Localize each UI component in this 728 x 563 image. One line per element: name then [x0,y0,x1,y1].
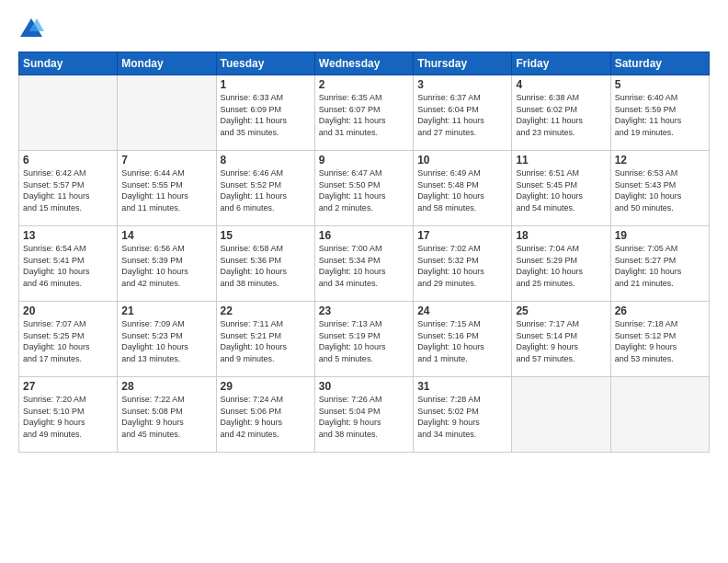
day-number: 10 [417,154,507,167]
day-info: Sunrise: 6:42 AM Sunset: 5:57 PM Dayligh… [23,167,113,213]
week-row-4: 27Sunrise: 7:20 AM Sunset: 5:10 PM Dayli… [19,377,710,453]
calendar-cell: 4Sunrise: 6:38 AM Sunset: 6:02 PM Daylig… [512,75,610,151]
day-number: 13 [23,229,113,242]
day-info: Sunrise: 6:40 AM Sunset: 5:59 PM Dayligh… [615,92,705,138]
calendar-cell [118,75,216,151]
calendar-cell: 24Sunrise: 7:15 AM Sunset: 5:16 PM Dayli… [414,302,512,377]
day-number: 6 [23,154,113,167]
day-number: 16 [319,229,409,242]
calendar-cell: 30Sunrise: 7:26 AM Sunset: 5:04 PM Dayli… [314,377,413,453]
day-info: Sunrise: 6:38 AM Sunset: 6:02 PM Dayligh… [516,92,606,138]
day-number: 12 [615,154,705,167]
calendar-cell: 12Sunrise: 6:53 AM Sunset: 5:43 PM Dayli… [610,151,709,226]
logo [18,17,48,42]
calendar-cell: 15Sunrise: 6:58 AM Sunset: 5:36 PM Dayli… [216,226,314,302]
day-number: 26 [615,304,705,317]
day-info: Sunrise: 6:56 AM Sunset: 5:39 PM Dayligh… [121,243,211,289]
calendar-cell: 28Sunrise: 7:22 AM Sunset: 5:08 PM Dayli… [118,377,216,453]
week-row-0: 1Sunrise: 6:33 AM Sunset: 6:09 PM Daylig… [19,75,710,151]
day-info: Sunrise: 7:20 AM Sunset: 5:10 PM Dayligh… [23,394,113,440]
calendar-cell: 27Sunrise: 7:20 AM Sunset: 5:10 PM Dayli… [19,377,118,453]
day-info: Sunrise: 7:18 AM Sunset: 5:12 PM Dayligh… [615,318,705,364]
day-number: 28 [121,380,211,393]
day-info: Sunrise: 7:11 AM Sunset: 5:21 PM Dayligh… [221,318,311,364]
calendar-cell: 5Sunrise: 6:40 AM Sunset: 5:59 PM Daylig… [610,75,709,151]
day-number: 14 [121,229,211,242]
day-number: 11 [516,154,606,167]
day-number: 24 [417,304,507,317]
calendar-cell: 13Sunrise: 6:54 AM Sunset: 5:41 PM Dayli… [19,226,118,302]
day-info: Sunrise: 7:13 AM Sunset: 5:19 PM Dayligh… [319,318,409,364]
day-number: 22 [221,304,311,317]
week-row-2: 13Sunrise: 6:54 AM Sunset: 5:41 PM Dayli… [19,226,710,302]
calendar-cell: 31Sunrise: 7:28 AM Sunset: 5:02 PM Dayli… [414,377,512,453]
weekday-header-wednesday: Wednesday [314,52,413,75]
day-number: 15 [221,229,311,242]
calendar-cell: 26Sunrise: 7:18 AM Sunset: 5:12 PM Dayli… [610,302,709,377]
day-info: Sunrise: 7:24 AM Sunset: 5:06 PM Dayligh… [221,394,311,440]
calendar-cell: 1Sunrise: 6:33 AM Sunset: 6:09 PM Daylig… [216,75,314,151]
calendar-cell: 9Sunrise: 6:47 AM Sunset: 5:50 PM Daylig… [314,151,413,226]
calendar-cell [610,377,709,453]
calendar-cell: 19Sunrise: 7:05 AM Sunset: 5:27 PM Dayli… [610,226,709,302]
calendar-cell: 7Sunrise: 6:44 AM Sunset: 5:55 PM Daylig… [118,151,216,226]
day-number: 18 [516,229,606,242]
day-info: Sunrise: 7:28 AM Sunset: 5:02 PM Dayligh… [417,394,507,440]
day-info: Sunrise: 7:09 AM Sunset: 5:23 PM Dayligh… [121,318,211,364]
weekday-header-saturday: Saturday [610,52,709,75]
day-info: Sunrise: 7:04 AM Sunset: 5:29 PM Dayligh… [516,243,606,289]
page: SundayMondayTuesdayWednesdayThursdayFrid… [0,0,728,563]
weekday-header-sunday: Sunday [19,52,118,75]
day-info: Sunrise: 6:51 AM Sunset: 5:45 PM Dayligh… [516,167,606,213]
calendar-cell: 14Sunrise: 6:56 AM Sunset: 5:39 PM Dayli… [118,226,216,302]
day-number: 25 [516,304,606,317]
calendar-cell: 3Sunrise: 6:37 AM Sunset: 6:04 PM Daylig… [414,75,512,151]
header [18,17,710,42]
day-number: 29 [221,380,311,393]
day-info: Sunrise: 6:49 AM Sunset: 5:48 PM Dayligh… [417,167,507,213]
day-number: 31 [417,380,507,393]
calendar-cell: 16Sunrise: 7:00 AM Sunset: 5:34 PM Dayli… [314,226,413,302]
calendar-cell: 29Sunrise: 7:24 AM Sunset: 5:06 PM Dayli… [216,377,314,453]
day-number: 20 [23,304,113,317]
day-info: Sunrise: 6:35 AM Sunset: 6:07 PM Dayligh… [319,92,409,138]
calendar-cell: 6Sunrise: 6:42 AM Sunset: 5:57 PM Daylig… [19,151,118,226]
day-number: 7 [121,154,211,167]
calendar-cell: 21Sunrise: 7:09 AM Sunset: 5:23 PM Dayli… [118,302,216,377]
weekday-header-row: SundayMondayTuesdayWednesdayThursdayFrid… [19,52,710,75]
calendar-cell: 22Sunrise: 7:11 AM Sunset: 5:21 PM Dayli… [216,302,314,377]
day-number: 8 [221,154,311,167]
day-info: Sunrise: 7:22 AM Sunset: 5:08 PM Dayligh… [121,394,211,440]
logo-icon [18,17,44,42]
calendar-cell: 11Sunrise: 6:51 AM Sunset: 5:45 PM Dayli… [512,151,610,226]
day-number: 9 [319,154,409,167]
day-info: Sunrise: 7:05 AM Sunset: 5:27 PM Dayligh… [615,243,705,289]
calendar-cell [512,377,610,453]
day-info: Sunrise: 7:00 AM Sunset: 5:34 PM Dayligh… [319,243,409,289]
calendar-cell [19,75,118,151]
day-number: 5 [615,78,705,91]
day-info: Sunrise: 7:07 AM Sunset: 5:25 PM Dayligh… [23,318,113,364]
day-info: Sunrise: 6:46 AM Sunset: 5:52 PM Dayligh… [221,167,311,213]
calendar-cell: 2Sunrise: 6:35 AM Sunset: 6:07 PM Daylig… [314,75,413,151]
day-info: Sunrise: 6:47 AM Sunset: 5:50 PM Dayligh… [319,167,409,213]
day-number: 27 [23,380,113,393]
calendar-cell: 8Sunrise: 6:46 AM Sunset: 5:52 PM Daylig… [216,151,314,226]
weekday-header-thursday: Thursday [414,52,512,75]
day-number: 2 [319,78,409,91]
week-row-3: 20Sunrise: 7:07 AM Sunset: 5:25 PM Dayli… [19,302,710,377]
calendar-cell: 20Sunrise: 7:07 AM Sunset: 5:25 PM Dayli… [19,302,118,377]
weekday-header-friday: Friday [512,52,610,75]
day-info: Sunrise: 7:15 AM Sunset: 5:16 PM Dayligh… [417,318,507,364]
day-info: Sunrise: 6:33 AM Sunset: 6:09 PM Dayligh… [221,92,311,138]
calendar-table: SundayMondayTuesdayWednesdayThursdayFrid… [18,52,710,453]
calendar-cell: 23Sunrise: 7:13 AM Sunset: 5:19 PM Dayli… [314,302,413,377]
calendar-cell: 10Sunrise: 6:49 AM Sunset: 5:48 PM Dayli… [414,151,512,226]
day-info: Sunrise: 7:26 AM Sunset: 5:04 PM Dayligh… [319,394,409,440]
weekday-header-tuesday: Tuesday [216,52,314,75]
week-row-1: 6Sunrise: 6:42 AM Sunset: 5:57 PM Daylig… [19,151,710,226]
day-number: 4 [516,78,606,91]
day-number: 19 [615,229,705,242]
day-info: Sunrise: 6:58 AM Sunset: 5:36 PM Dayligh… [221,243,311,289]
calendar-cell: 25Sunrise: 7:17 AM Sunset: 5:14 PM Dayli… [512,302,610,377]
